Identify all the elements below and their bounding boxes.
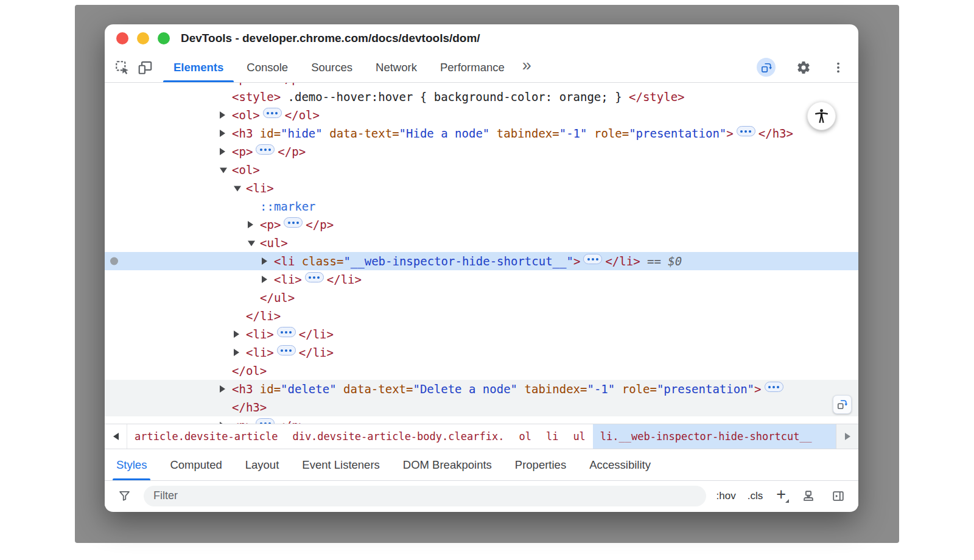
minimize-window-button[interactable] <box>137 32 149 44</box>
expand-inline-icon[interactable] <box>256 418 275 424</box>
tab-performance[interactable]: Performance <box>429 52 516 82</box>
filter-funnel-icon <box>114 489 135 502</box>
tag-token: </ul> <box>260 291 295 304</box>
dom-tree-row[interactable]: <p></p> <box>105 416 858 424</box>
tag-token: </p> <box>278 419 306 424</box>
attribute-value-token: "Delete a node" <box>413 382 517 396</box>
breadcrumb-scroll-left-button[interactable] <box>105 424 127 449</box>
tab-network[interactable]: Network <box>364 52 429 82</box>
expand-inline-icon[interactable] <box>284 217 303 228</box>
dom-tree-row[interactable]: </h3> <box>105 398 858 416</box>
more-options-kebab-icon[interactable] <box>828 61 849 74</box>
dom-tree-row[interactable]: <p></p> <box>105 142 858 161</box>
attribute-value-token: "-1" <box>559 127 587 140</box>
attribute-name-token: role= <box>622 382 657 396</box>
dom-tree-row[interactable]: </ol> <box>105 362 858 380</box>
dom-tree-row[interactable]: ::marker <box>105 197 858 215</box>
dom-tree-row[interactable]: </ul> <box>105 289 858 307</box>
dom-tree-row[interactable]: <li></li> <box>105 343 858 362</box>
expand-arrow-icon[interactable] <box>262 276 267 283</box>
toggle-element-state-button[interactable]: :hov <box>715 490 737 502</box>
settings-gear-icon[interactable] <box>793 60 815 75</box>
tab-sources[interactable]: Sources <box>300 52 364 82</box>
sidebar-tab-event-listeners[interactable]: Event Listeners <box>290 449 391 480</box>
attribute-value-token: "__web-inspector-hide-shortcut__" <box>343 254 573 268</box>
dom-tree-row[interactable]: <style> .demo--hover:hover { background-… <box>105 88 858 106</box>
sidebar-tab-strip: StylesComputedLayoutEvent ListenersDOM B… <box>105 449 858 481</box>
expand-inline-icon[interactable] <box>277 327 296 337</box>
text-token <box>253 127 259 140</box>
pseudo-element-token: ::marker <box>260 200 316 213</box>
more-tabs-icon[interactable]: » <box>516 52 538 82</box>
expand-arrow-icon[interactable] <box>220 148 225 155</box>
expand-inline-icon[interactable] <box>305 272 324 282</box>
expand-arrow-icon[interactable] <box>220 385 225 393</box>
breadcrumb-item[interactable]: li.__web-inspector-hide-shortcut__ <box>593 424 836 449</box>
text-token <box>587 127 594 140</box>
breadcrumb-item[interactable]: ol <box>511 424 538 449</box>
dom-tree-row[interactable]: <ol> <box>105 161 858 179</box>
sidebar-tab-styles[interactable]: Styles <box>105 449 158 480</box>
dom-tree-row[interactable]: <p></p> <box>105 215 858 234</box>
breadcrumb-item[interactable]: ul <box>566 424 592 449</box>
attribute-name-token: id= <box>260 382 281 396</box>
dom-tree-row[interactable]: <li></li> <box>105 325 858 343</box>
new-style-rule-button[interactable]: + <box>773 488 789 504</box>
dom-tree-row[interactable]: <h3 id="hide" data-text="Hide a node" ta… <box>105 124 858 142</box>
expand-arrow-icon[interactable] <box>234 349 239 356</box>
dom-tree-row[interactable]: <ul> <box>105 234 858 252</box>
dom-tree-row[interactable]: <p></p> <box>105 83 858 88</box>
sidebar-tab-layout[interactable]: Layout <box>234 449 291 480</box>
text-token <box>615 382 622 396</box>
dom-tree-row[interactable]: <li class="__web-inspector-hide-shortcut… <box>105 252 858 270</box>
expand-arrow-icon[interactable] <box>220 111 225 119</box>
breadcrumb-item[interactable]: article.devsite-article <box>127 424 285 449</box>
dom-tree-row[interactable]: <ol></ol> <box>105 106 858 124</box>
breadcrumb-item[interactable]: div.devsite-article-body.clearfix. <box>285 424 511 449</box>
expand-inline-icon[interactable] <box>256 144 275 155</box>
expand-arrow-icon[interactable] <box>248 221 253 228</box>
tag-token: </p> <box>306 218 334 231</box>
dom-tree-row[interactable]: </li> <box>105 307 858 325</box>
collapse-arrow-icon[interactable] <box>234 186 241 191</box>
dom-tree-row[interactable]: <li> <box>105 179 858 197</box>
inspect-element-icon[interactable] <box>111 52 134 82</box>
collapse-arrow-icon[interactable] <box>220 167 227 173</box>
close-window-button[interactable] <box>116 32 128 44</box>
tab-console[interactable]: Console <box>235 52 300 82</box>
feature-badge-icon[interactable] <box>753 58 779 77</box>
tab-elements[interactable]: Elements <box>162 52 235 82</box>
accessibility-person-icon[interactable] <box>807 102 836 130</box>
zoom-window-button[interactable] <box>158 32 170 44</box>
dom-tree-row[interactable]: <li></li> <box>105 270 858 289</box>
expand-arrow-icon[interactable] <box>262 257 267 265</box>
expand-inline-icon[interactable] <box>263 108 282 118</box>
expand-inline-icon[interactable] <box>277 345 296 355</box>
long-press-corner-icon <box>785 499 789 503</box>
dom-tree: <p></p><style> .demo--hover:hover { back… <box>105 83 858 424</box>
breadcrumb-scroll-right-button[interactable] <box>836 424 858 449</box>
expand-arrow-icon[interactable] <box>220 422 225 424</box>
expand-inline-icon[interactable] <box>737 126 755 136</box>
pop-out-icon[interactable] <box>833 395 852 414</box>
expand-arrow-icon[interactable] <box>234 331 239 338</box>
collapse-arrow-icon[interactable] <box>248 240 255 246</box>
expand-inline-icon[interactable] <box>583 254 602 264</box>
stamp-icon[interactable] <box>798 489 819 503</box>
text-token: .demo--hover:hover { background-color: o… <box>281 90 629 103</box>
dom-tree-row[interactable]: <h3 id="delete" data-text="Delete a node… <box>105 380 858 398</box>
sidebar-tab-properties[interactable]: Properties <box>503 449 578 480</box>
traffic-lights <box>116 32 170 44</box>
expand-inline-icon[interactable] <box>765 382 783 392</box>
sidebar-tab-dom-breakpoints[interactable]: DOM Breakpoints <box>391 449 503 480</box>
sidebar-tab-accessibility[interactable]: Accessibility <box>578 449 662 480</box>
toggle-sidebar-icon[interactable] <box>828 489 849 503</box>
element-classes-button[interactable]: .cls <box>746 490 765 502</box>
feature-badge-circle <box>757 58 776 77</box>
breadcrumb-item[interactable]: li <box>539 424 566 449</box>
expand-arrow-icon[interactable] <box>220 130 225 137</box>
styles-filter-input[interactable] <box>144 486 706 506</box>
sidebar-tab-computed[interactable]: Computed <box>158 449 233 480</box>
toggle-device-toolbar-icon[interactable] <box>134 52 157 82</box>
breadcrumb-scroll-right-icon <box>845 433 850 440</box>
